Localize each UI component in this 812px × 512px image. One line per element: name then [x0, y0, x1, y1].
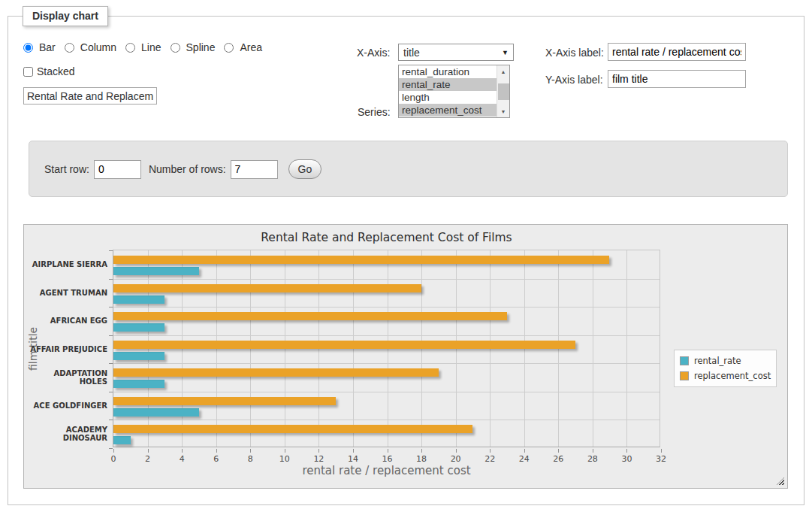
chart-container: Rental Rate and Replacement Cost of Film…	[23, 224, 788, 489]
chart-legend: rental_ratereplacement_cost	[674, 350, 777, 387]
bar-rental_rate	[113, 380, 165, 388]
x-tick-label: 4	[169, 454, 195, 464]
x-tick-mark	[285, 449, 285, 453]
bar-replacement_cost	[113, 368, 439, 377]
series-option-rental-rate[interactable]: rental_rate	[399, 78, 497, 91]
x-axis-title: rental rate / replacement cost	[113, 464, 660, 477]
radio-line[interactable]	[125, 43, 135, 53]
series-option-length[interactable]: length	[399, 91, 497, 104]
radio-spline[interactable]	[171, 43, 180, 53]
bar-rental_rate	[113, 408, 199, 417]
y-tick-mark	[109, 363, 113, 364]
x-tick-label: 20	[443, 454, 469, 464]
x-tick-label: 28	[580, 454, 605, 464]
x-tick-label: 10	[272, 454, 297, 464]
listbox-scrollbar[interactable]: ▲ ▼	[497, 65, 509, 117]
fieldset-legend: Display chart	[23, 6, 108, 26]
series-options: rental_duration rental_rate length repla…	[399, 65, 497, 117]
gridline-horizontal	[113, 335, 660, 336]
x-tick-label: 32	[648, 454, 674, 464]
bar-replacement_cost	[113, 341, 575, 349]
resize-grip-icon[interactable]	[777, 477, 784, 485]
gridline-vertical	[626, 250, 627, 447]
bar-replacement_cost	[113, 312, 507, 320]
category-label: ACADEMY DINOSAUR	[28, 420, 107, 448]
x-tick-label: 22	[477, 454, 503, 464]
y-axis-label-input[interactable]	[608, 70, 746, 88]
radio-line-label[interactable]: Line	[141, 41, 161, 53]
stacked-checkbox[interactable]	[23, 67, 33, 77]
radio-spline-label[interactable]: Spline	[186, 41, 216, 53]
category-label: AFRICAN EGG	[28, 307, 107, 335]
radio-area[interactable]	[224, 43, 234, 53]
radio-bar-label[interactable]: Bar	[39, 41, 56, 53]
gridline-horizontal	[113, 279, 660, 280]
x-tick-mark	[182, 449, 183, 453]
stacked-label[interactable]: Stacked	[37, 65, 75, 77]
series-listbox[interactable]: rental_duration rental_rate length repla…	[398, 65, 510, 118]
go-button[interactable]: Go	[288, 159, 322, 179]
legend-label: replacement_cost	[694, 371, 771, 381]
x-tick-label: 0	[101, 454, 126, 464]
chevron-down-icon: ▼	[502, 49, 509, 56]
x-tick-mark	[490, 449, 491, 453]
series-option-replacement-cost[interactable]: replacement_cost	[399, 104, 497, 117]
legend-label: rental_rate	[694, 356, 741, 366]
y-tick-mark	[109, 279, 113, 280]
x-axis-select[interactable]: title ▼	[398, 44, 514, 61]
category-label: AIRPLANE SIERRA	[28, 250, 107, 279]
y-tick-mark	[109, 392, 113, 392]
x-tick-label: 18	[409, 454, 434, 464]
scroll-up-icon[interactable]: ▲	[497, 65, 509, 77]
x-tick-label: 8	[237, 454, 263, 464]
start-row-input[interactable]	[94, 160, 141, 179]
x-tick-mark	[250, 449, 251, 453]
series-option-rental-duration[interactable]: rental_duration	[399, 65, 497, 78]
bar-replacement_cost	[113, 284, 421, 292]
category-label: AFFAIR PREJUDICE	[28, 335, 107, 364]
plot-area: 02468101214161820222426283032AIRPLANE SI…	[113, 250, 660, 447]
row-range-panel: Start row: Number of rows: Go	[29, 141, 788, 197]
chart-type-radio-group: Bar Column Line Spline Area	[23, 41, 268, 53]
gridline-horizontal	[113, 307, 660, 308]
x-tick-mark	[318, 449, 319, 453]
stacked-row: Stacked	[23, 65, 75, 77]
x-axis-select-label: X-Axis:	[357, 47, 390, 59]
x-tick-mark	[558, 449, 559, 453]
category-label: AGENT TRUMAN	[28, 279, 107, 308]
x-tick-mark	[388, 449, 388, 453]
y-tick-mark	[109, 335, 113, 336]
x-tick-label: 24	[512, 454, 537, 464]
x-tick-mark	[593, 449, 593, 453]
x-axis-select-value: title	[403, 47, 420, 59]
x-tick-label: 30	[614, 454, 639, 464]
legend-swatch	[680, 356, 689, 365]
num-rows-input[interactable]	[231, 160, 278, 179]
gridline-horizontal	[113, 420, 660, 420]
series-select-label: Series:	[358, 106, 391, 118]
x-tick-label: 16	[375, 454, 400, 464]
x-tick-mark	[524, 449, 525, 453]
radio-area-label[interactable]: Area	[240, 41, 262, 53]
x-tick-label: 2	[135, 454, 161, 464]
y-tick-mark	[109, 420, 113, 420]
x-tick-mark	[148, 449, 149, 453]
bar-replacement_cost	[113, 256, 609, 264]
radio-bar[interactable]	[23, 43, 33, 53]
display-chart-fieldset: Display chart Bar Column Line Spline Are…	[8, 16, 804, 505]
bar-rental_rate	[113, 295, 165, 304]
bar-rental_rate	[113, 436, 131, 444]
category-label: ACE GOLDFINGER	[28, 392, 107, 420]
radio-column-label[interactable]: Column	[80, 41, 116, 53]
x-axis-label-input[interactable]	[608, 43, 746, 61]
x-tick-label: 14	[340, 454, 366, 464]
chart-title-input[interactable]	[23, 87, 157, 105]
scroll-down-icon[interactable]: ▼	[497, 105, 509, 117]
x-tick-label: 12	[306, 454, 331, 464]
scrollbar-thumb[interactable]	[498, 83, 509, 100]
x-tick-label: 26	[545, 454, 571, 464]
gridline-horizontal	[113, 363, 660, 364]
bar-replacement_cost	[113, 425, 472, 433]
radio-column[interactable]	[65, 43, 74, 53]
y-axis-label-field-label: Y-Axis label:	[545, 74, 603, 86]
